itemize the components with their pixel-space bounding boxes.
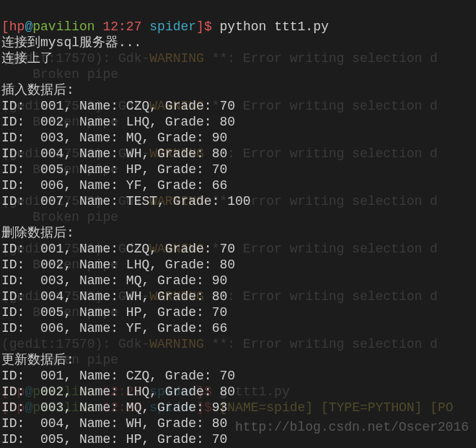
- data-row: ID: 005, Name: HP, Grade: 70: [1, 162, 227, 177]
- data-row: ID: 005, Name: HP, Grade: 70: [1, 305, 227, 320]
- data-row: ID: 005, Name: HP, Grade: 70: [1, 432, 227, 447]
- prompt-dollar: $: [204, 19, 212, 34]
- command-text: python ttt1.py: [220, 19, 329, 34]
- data-row: ID: 004, Name: WH, Grade: 80: [1, 146, 227, 161]
- prompt-open-bracket: [: [1, 19, 9, 34]
- data-row: ID: 001, Name: CZQ, Grade: 70: [1, 242, 235, 256]
- data-row: ID: 002, Name: LHQ, Grade: 80: [1, 258, 235, 272]
- data-row: ID: 006, Name: YF, Grade: 66: [1, 178, 227, 193]
- prompt-user: hp: [9, 19, 25, 34]
- section-title-update: 更新数据后:: [1, 353, 74, 367]
- data-row: ID: 002, Name: LHQ, Grade: 80: [1, 385, 235, 399]
- data-row: ID: 007, Name: TEST, Grade: 100: [1, 194, 251, 208]
- data-row: ID: 004, Name: WH, Grade: 80: [1, 416, 227, 431]
- prompt-time: 12:27: [102, 19, 141, 34]
- connected-msg: 连接上了: [1, 51, 53, 66]
- data-row: ID: 003, Name: MQ, Grade: 90: [1, 131, 227, 145]
- data-row: ID: 002, Name: LHQ, Grade: 80: [1, 115, 235, 129]
- prompt-host: pavilion: [32, 19, 94, 34]
- prompt-at: @: [25, 19, 32, 34]
- data-row: ID: 003, Name: MQ, Grade: 93: [1, 400, 227, 415]
- data-row: ID: 004, Name: WH, Grade: 80: [1, 289, 227, 304]
- data-row: ID: 001, Name: CZQ, Grade: 70: [1, 369, 235, 383]
- prompt-line[interactable]: [hp@pavilion 12:27 spider]$ python ttt1.…: [1, 19, 329, 34]
- section-title-delete: 删除数据后:: [1, 226, 74, 240]
- data-row: ID: 003, Name: MQ, Grade: 90: [1, 273, 227, 288]
- terminal-output: [hp@pavilion 12:27 spider]$ python ttt1.…: [1, 3, 329, 448]
- data-row: ID: 006, Name: YF, Grade: 66: [1, 321, 227, 335]
- section-title-insert: 插入数据后:: [1, 83, 74, 97]
- prompt-close-bracket: ]: [196, 19, 204, 34]
- data-row: ID: 001, Name: CZQ, Grade: 70: [1, 99, 235, 113]
- connect-msg: 连接到mysql服务器...: [1, 35, 141, 50]
- prompt-dir: spider: [149, 19, 196, 34]
